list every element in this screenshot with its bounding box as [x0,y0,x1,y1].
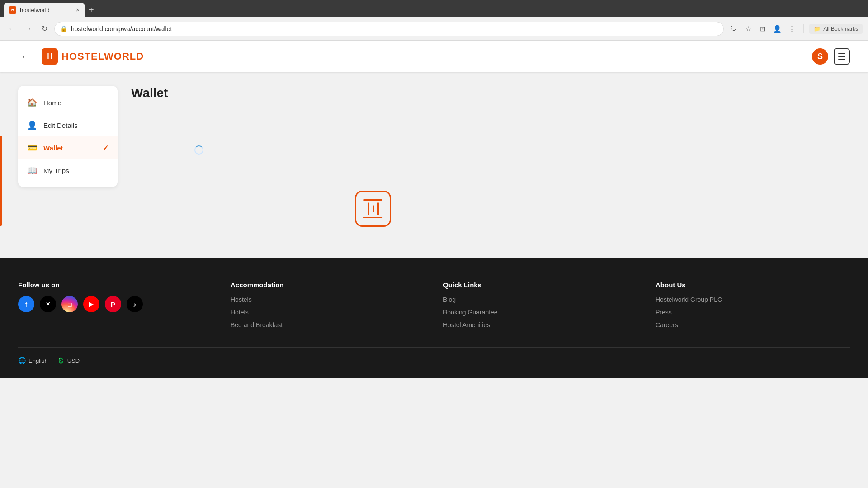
hw-logo-inner [363,199,382,218]
footer-quick-links-column: Quick Links Blog Booking Guarantee Hoste… [443,281,637,334]
sidebar-item-my-trips[interactable]: 📖 My Trips [18,159,118,182]
hw-watermark-logo [355,191,391,227]
back-arrow-icon: ← [21,52,30,62]
profile-button[interactable]: 👤 [771,23,783,35]
instagram-icon[interactable]: ◻ [61,296,78,312]
footer-about-title: About Us [656,281,850,289]
url-text: hostelworld.com/pwa/account/wallet [71,25,718,33]
sidebar-item-edit-details-label: Edit Details [43,122,78,129]
header-right: S [812,48,850,65]
site-footer: Follow us on f ✕ ◻ ▶ P [0,258,868,378]
footer-follow-title: Follow us on [18,281,212,289]
footer-link-amenities[interactable]: Hostel Amenities [443,321,637,328]
bookmarks-folder-icon: 📁 [814,26,821,32]
currency-icon: 💲 [57,357,65,364]
menu-line-3 [838,59,845,60]
more-menu-button[interactable]: ⋮ [785,23,798,35]
facebook-icon[interactable]: f [18,296,34,312]
hw-line-v-left [368,202,369,215]
sidebar-item-wallet-label: Wallet [43,144,63,152]
user-avatar[interactable]: S [812,48,828,65]
browser-tabs: H hostelworld × + [0,0,868,17]
tiktok-symbol: ♪ [133,300,137,308]
logo-text: HOSTELWORLD [61,51,144,62]
bookmarks-button[interactable]: 📁 All Bookmarks [809,24,863,34]
footer-link-careers[interactable]: Careers [656,321,850,328]
header-left: ← H HOSTELWORLD [18,48,144,65]
menu-line-2 [838,56,845,57]
twitter-x-icon[interactable]: ✕ [40,296,56,312]
footer-accommodation-title: Accommodation [231,281,425,289]
language-globe-icon: 🌐 [18,357,26,364]
footer-link-bnb[interactable]: Bed and Breakfast [231,321,425,328]
logo-container[interactable]: H HOSTELWORLD [42,48,144,65]
tiktok-icon[interactable]: ♪ [127,296,143,312]
hamburger-menu-button[interactable] [834,48,850,65]
footer-link-booking-guarantee[interactable]: Booking Guarantee [443,309,637,316]
hw-line-v-center [373,205,374,212]
wallet-check-icon: ✓ [103,144,108,152]
home-icon: 🏠 [27,98,37,108]
footer-link-press[interactable]: Press [656,309,850,316]
pinterest-icon[interactable]: P [105,296,121,312]
active-tab[interactable]: H hostelworld × [4,3,85,17]
sidebar-item-home[interactable]: 🏠 Home [18,91,118,114]
footer-grid: Follow us on f ✕ ◻ ▶ P [18,281,850,334]
sidebar-item-wallet[interactable]: 💳 Wallet ✓ [18,136,118,159]
tab-title: hostelworld [20,7,72,14]
content-area [131,109,615,245]
hw-logo-box [355,191,391,227]
hw-lines-vertical [368,202,379,215]
new-tab-button[interactable]: + [89,3,94,17]
forward-nav-button[interactable]: → [22,23,34,35]
language-label: English [28,357,48,364]
lock-icon: 🔒 [60,25,67,32]
sidebar: 🏠 Home 👤 Edit Details 💳 Wallet ✓ 📖 My Tr… [18,86,118,187]
footer-link-hotels[interactable]: Hotels [231,309,425,316]
page-title-area: Wallet [131,86,615,245]
currency-selector[interactable]: 💲 USD [57,357,80,364]
refresh-button[interactable]: ↻ [38,23,51,35]
twitter-x-symbol: ✕ [46,301,50,307]
instagram-symbol: ◻ [67,301,72,308]
left-accent-bar [0,136,2,226]
sidebar-item-edit-details[interactable]: 👤 Edit Details [18,114,118,136]
youtube-symbol: ▶ [89,300,94,308]
back-button[interactable]: ← [18,49,33,64]
toolbar-icons: 🛡 ☆ ⊡ 👤 ⋮ [727,23,798,35]
hw-line-horizontal-bottom [363,217,382,218]
footer-about-column: About Us Hostelworld Group PLC Press Car… [656,281,850,334]
user-initial: S [817,52,823,61]
browser-chrome: H hostelworld × + ← → ↻ 🔒 hostelworld.co… [0,0,868,41]
logo-letter: H [47,52,52,61]
social-icons-container: f ✕ ◻ ▶ P ♪ [18,296,212,312]
toolbar-divider [803,24,804,33]
footer-link-blog[interactable]: Blog [443,296,637,303]
footer-bottom-bar: 🌐 English 💲 USD [18,347,850,364]
language-selector[interactable]: 🌐 English [18,357,48,364]
tab-close-button[interactable]: × [76,6,80,14]
tab-favicon: H [9,6,16,14]
sidebar-item-home-label: Home [43,99,61,107]
page-wrapper: ← H HOSTELWORLD S 🏠 [0,41,868,378]
footer-accommodation-column: Accommodation Hostels Hotels Bed and Bre… [231,281,425,334]
back-nav-button[interactable]: ← [5,23,18,35]
currency-label: USD [67,357,80,364]
hw-line-horizontal-top [363,199,382,201]
footer-link-group-plc[interactable]: Hostelworld Group PLC [656,296,850,303]
spinner-circle [194,145,203,155]
shield-icon-button[interactable]: 🛡 [727,23,740,35]
footer-link-hostels[interactable]: Hostels [231,296,425,303]
wallet-icon: 💳 [27,143,37,153]
split-view-button[interactable]: ⊡ [756,23,769,35]
logo-icon: H [42,48,58,65]
main-content: 🏠 Home 👤 Edit Details 💳 Wallet ✓ 📖 My Tr… [0,72,633,258]
footer-quick-links-title: Quick Links [443,281,637,289]
bookmark-star-button[interactable]: ☆ [742,23,755,35]
trips-icon: 📖 [27,165,37,175]
loading-spinner [194,145,205,156]
page-title: Wallet [131,86,615,100]
address-bar[interactable]: 🔒 hostelworld.com/pwa/account/wallet [54,22,724,36]
pinterest-symbol: P [111,300,115,308]
youtube-icon[interactable]: ▶ [83,296,99,312]
